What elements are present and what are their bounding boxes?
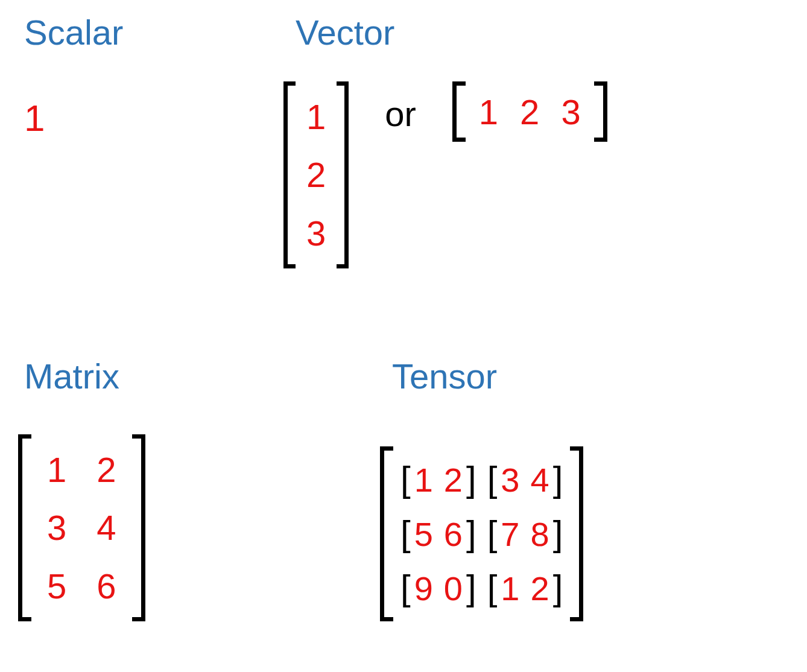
right-bracket-icon [570,446,583,621]
tensor-pair: [ 5 6 ] [400,515,476,554]
right-sub-bracket-icon: ] [466,461,476,498]
tensor-title: Tensor [392,356,497,396]
tensor-cell: 1 [501,569,519,608]
tensor-cell: 7 [501,515,519,554]
right-bracket-icon [594,81,607,142]
matrix-area: 1 2 3 4 5 6 [18,434,145,621]
tensor-pair: [ 1 2 ] [487,569,563,608]
tensor-row: [ 1 2 ] [ 3 4 ] [400,460,563,499]
tensor-cell: 6 [444,515,463,554]
matrix-cell: 5 [47,566,66,606]
vector-column-value: 3 [306,213,326,253]
tensor-cell: 8 [530,515,549,554]
matrix-row: 1 2 [47,449,116,490]
right-bracket-icon [132,434,145,621]
tensor-cell: 1 [414,460,433,499]
vector-row-value: 1 [479,92,498,132]
right-bracket-icon [337,81,349,268]
tensor-pair: [ 3 4 ] [487,460,563,499]
left-bracket-icon [380,446,393,621]
scalar-value: 1 [24,97,45,139]
right-sub-bracket-icon: ] [466,516,476,552]
column-vector: 1 2 3 [283,81,349,268]
left-sub-bracket-icon: [ [400,516,411,552]
right-sub-bracket-icon: ] [553,570,563,606]
matrix-cell: 6 [97,566,116,606]
tensor-pair: [ 1 2 ] [400,460,476,499]
tensor-cell: 3 [501,460,519,499]
matrix-cell: 4 [97,507,116,548]
tensor-cell: 0 [444,569,463,608]
left-sub-bracket-icon: [ [487,570,498,606]
matrix-row: 5 6 [47,566,116,606]
matrix-cell: 3 [47,507,66,548]
tensor-cell: 9 [414,569,433,608]
left-sub-bracket-icon: [ [400,461,411,498]
left-bracket-icon [283,81,296,268]
tensor-area: [ 1 2 ] [ 3 4 ] [ 5 6 [380,446,583,621]
tensor-cell: 2 [444,460,463,499]
matrix-title: Matrix [24,356,119,396]
matrix-cell: 1 [47,449,66,490]
left-sub-bracket-icon: [ [487,461,498,498]
vector-row-value: 3 [561,92,580,132]
or-label: or [385,94,416,134]
left-sub-bracket-icon: [ [487,516,498,552]
left-bracket-icon [18,434,31,621]
left-bracket-icon [452,81,466,142]
right-sub-bracket-icon: ] [553,516,563,552]
vector-title: Vector [296,12,394,52]
vector-row-value: 2 [520,92,539,132]
right-sub-bracket-icon: ] [466,570,476,606]
tensor-cell: 4 [530,460,549,499]
tensor-pair: [ 7 8 ] [487,515,563,554]
left-sub-bracket-icon: [ [400,570,411,606]
row-vector: 1 2 3 [452,81,607,142]
tensor-cell: 2 [530,569,549,608]
vector-column-value: 1 [306,97,326,137]
right-sub-bracket-icon: ] [553,461,563,498]
tensor-row: [ 9 0 ] [ 1 2 ] [400,569,563,608]
tensor-cell: 5 [414,515,433,554]
tensor-row: [ 5 6 ] [ 7 8 ] [400,515,563,554]
matrix-row: 3 4 [47,507,116,548]
tensor-pair: [ 9 0 ] [400,569,476,608]
vector-column-value: 2 [306,154,326,195]
vector-area: 1 2 3 or 1 2 3 [283,81,607,268]
matrix-cell: 2 [97,449,116,490]
scalar-title: Scalar [24,12,123,52]
